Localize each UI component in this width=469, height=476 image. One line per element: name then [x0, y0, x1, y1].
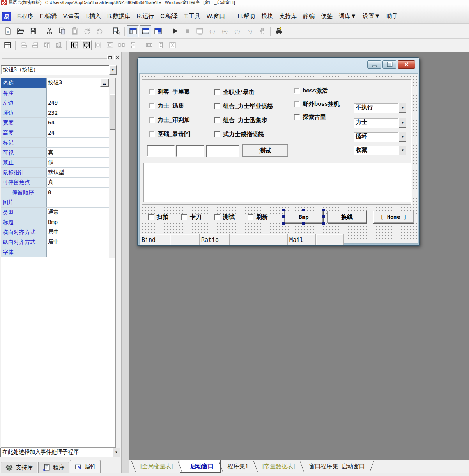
property-value[interactable] — [47, 197, 110, 207]
status-label-cell[interactable] — [170, 234, 199, 245]
property-row[interactable]: 标题 Bmp — [1, 217, 110, 227]
property-row[interactable]: 顶边 232 — [1, 108, 110, 118]
minimize-icon[interactable] — [367, 60, 381, 69]
find-icon[interactable] — [273, 25, 285, 37]
status-label-cell[interactable]: Mail — [287, 234, 316, 245]
property-row[interactable]: 纵向对齐方式 居中 — [1, 237, 110, 247]
menu-item[interactable]: V.查看 — [60, 11, 83, 21]
panel-tab[interactable]: 属性 — [70, 460, 101, 473]
menu-item[interactable]: E.编辑 — [37, 11, 60, 21]
property-row[interactable]: 图片 — [1, 197, 110, 208]
gap-vertical-icon[interactable] — [127, 40, 138, 50]
property-row[interactable]: 名称 按钮3 … — [1, 78, 110, 88]
undo-icon[interactable] — [94, 25, 105, 37]
menu-item[interactable]: 支持库 — [276, 11, 300, 21]
property-value[interactable]: 64 — [47, 118, 110, 128]
property-row[interactable]: 字体 — [1, 247, 110, 258]
same-height-icon[interactable] — [155, 40, 166, 50]
property-row[interactable]: 备注 — [1, 88, 110, 98]
menu-item[interactable]: H.帮助 — [234, 11, 258, 21]
gap-horizontal-icon[interactable] — [116, 40, 127, 50]
align-bottom-icon[interactable] — [53, 40, 64, 50]
center-horizontal-icon[interactable] — [69, 40, 80, 50]
property-value[interactable]: 真 — [47, 178, 110, 187]
workspace-tab[interactable]: [全局变量表] — [133, 460, 180, 473]
status-label-cell[interactable]: Bind — [140, 234, 170, 245]
scrollbar-thumb[interactable] — [110, 94, 115, 130]
property-value[interactable] — [47, 247, 110, 257]
property-row[interactable]: 可视 真 — [1, 148, 110, 158]
align-left-icon[interactable] — [18, 40, 29, 50]
property-value[interactable]: 0 — [47, 188, 110, 197]
property-value[interactable]: 居中 — [47, 237, 110, 247]
menu-item[interactable]: 助手 — [383, 11, 401, 21]
pause-hand-icon[interactable] — [256, 25, 268, 37]
component-selector-value[interactable]: 按钮3（按钮） — [1, 65, 109, 75]
same-width-icon[interactable] — [143, 40, 154, 50]
menu-item[interactable]: 词库▼ — [336, 11, 359, 21]
menu-item[interactable]: B.数据库 — [104, 11, 133, 21]
copy-icon[interactable] — [56, 25, 68, 37]
workspace-tab[interactable]: _启动窗口 — [180, 460, 220, 473]
layout-grid-icon[interactable] — [152, 25, 164, 37]
property-value[interactable]: 24 — [47, 128, 110, 138]
designer-client-area[interactable]: 刺客_手里毒 力士_迅集 力士_审判加 基础_暴击[*] — [139, 73, 418, 244]
property-row[interactable]: 横向对齐方式 居中 — [1, 227, 110, 238]
menu-item[interactable]: 设置▼ — [359, 11, 383, 21]
space-vertical-icon[interactable] — [104, 40, 115, 50]
chevron-down-icon[interactable]: ▼ — [113, 448, 120, 457]
menu-item[interactable]: T.工具 — [181, 11, 204, 21]
property-row[interactable]: 禁止 假 — [1, 158, 110, 168]
property-scrollbar[interactable] — [109, 78, 115, 258]
workspace-tab[interactable]: [常量数据表] — [255, 460, 302, 473]
panel-close-button[interactable] — [114, 55, 120, 60]
property-row[interactable]: 鼠标指针 默认型 — [1, 168, 110, 178]
property-value[interactable]: 249 — [47, 98, 110, 108]
redo-icon[interactable] — [81, 25, 93, 37]
panel-splitter[interactable] — [122, 52, 129, 473]
menu-item[interactable]: 静编 — [300, 11, 318, 21]
align-top-icon[interactable] — [41, 40, 52, 50]
property-value[interactable]: 真 — [47, 148, 110, 158]
menu-item[interactable]: 模块 — [258, 11, 276, 21]
form-grid-icon[interactable] — [2, 40, 13, 50]
property-value[interactable] — [47, 88, 110, 98]
center-vertical-icon[interactable] — [81, 40, 92, 50]
menu-item[interactable]: R.运行 — [133, 11, 157, 21]
ellipsis-button[interactable]: … — [100, 79, 109, 87]
event-handler-selector[interactable]: 在此处选择加入事件处理子程序 ▼ — [0, 448, 120, 457]
layout-bottom-icon[interactable] — [140, 25, 151, 37]
property-value[interactable]: 232 — [47, 108, 110, 118]
close-icon[interactable] — [398, 60, 415, 69]
designer-window[interactable]: 刺客_手里毒 力士_迅集 力士_审判加 基础_暴击[*] — [137, 57, 420, 246]
property-row[interactable]: 标记 — [1, 138, 110, 148]
panel-tab[interactable]: 程序 — [38, 462, 69, 473]
view-code-icon[interactable] — [110, 25, 122, 37]
status-label-cell[interactable]: Ratio — [199, 234, 230, 245]
menu-item[interactable]: 便签 — [318, 11, 336, 21]
elang-menu-logo-icon[interactable]: 易 — [2, 12, 11, 21]
run-icon[interactable] — [169, 25, 181, 37]
panel-tab[interactable]: 支持库 — [1, 462, 37, 473]
property-row[interactable]: 高度 24 — [1, 128, 110, 138]
same-size-icon[interactable] — [167, 40, 178, 50]
workspace-tab[interactable]: 窗口程序集_启动窗口 — [302, 460, 372, 473]
layout-left-icon[interactable] — [127, 25, 139, 37]
new-file-icon[interactable] — [2, 25, 14, 37]
paste-icon[interactable] — [69, 25, 80, 37]
space-horizontal-icon[interactable] — [92, 40, 103, 50]
chevron-down-icon[interactable]: ▼ — [109, 65, 117, 75]
property-value[interactable]: Bmp — [47, 217, 110, 227]
menu-item[interactable]: C.编译 — [157, 11, 181, 21]
menu-item[interactable]: F.程序 — [14, 11, 37, 21]
save-icon[interactable] — [27, 25, 39, 37]
property-row[interactable]: 停留顺序 0 — [1, 188, 110, 198]
menu-item[interactable]: W.窗口 — [204, 11, 228, 21]
property-value[interactable]: 居中 — [47, 227, 110, 237]
property-value[interactable]: 假 — [47, 158, 110, 167]
step-out-icon[interactable]: {↑} — [231, 25, 243, 37]
property-value[interactable]: 通常 — [47, 208, 110, 217]
property-value[interactable]: 按钮3 … — [47, 78, 110, 88]
cut-icon[interactable] — [44, 25, 55, 37]
align-right-icon[interactable] — [30, 40, 41, 50]
